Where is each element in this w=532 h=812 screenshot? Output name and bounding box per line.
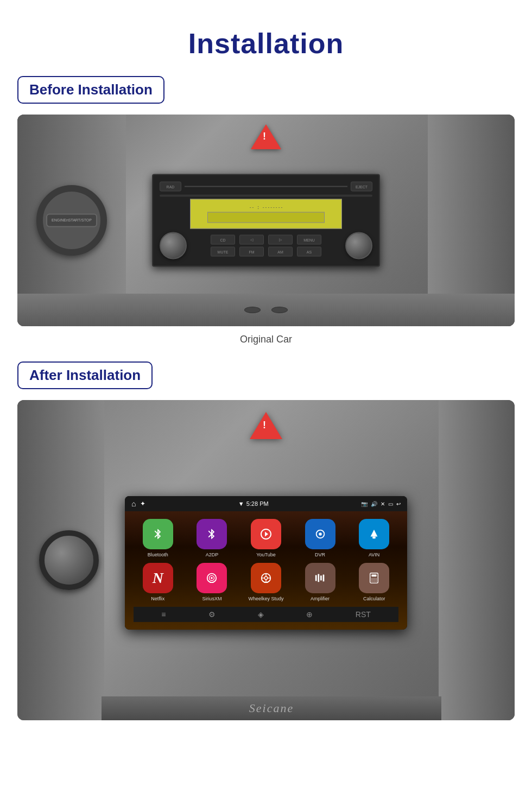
avin-icon-bg: [359, 519, 389, 549]
calculator-label: Calculator: [363, 596, 385, 601]
wheelkey-label: Wheelkey Study: [248, 596, 283, 601]
dvr-label: DVR: [315, 552, 325, 557]
hazard-triangle-after: !: [250, 412, 282, 439]
svg-rect-14: [320, 575, 322, 580]
camera-status-icon: 📷: [361, 500, 368, 506]
hazard-triangle-before: [251, 124, 281, 149]
app-wheelkey[interactable]: Wheelkey Study: [242, 563, 290, 601]
settings-icon[interactable]: ✦: [140, 500, 145, 507]
apps-row-1: Bluetooth A2DP YouTube: [134, 519, 398, 557]
svg-point-1: [319, 532, 322, 536]
a2dp-label: A2DP: [206, 552, 219, 557]
app-amplifier[interactable]: Amplifier: [296, 563, 345, 601]
svg-rect-2: [372, 537, 376, 539]
original-car-label: Original Car: [0, 334, 532, 345]
vent-1: [244, 307, 261, 313]
steering-wheel: [36, 185, 107, 256]
screen-bottom-bar: ≡ ⚙ ◈ ⊕ RST: [134, 607, 398, 622]
svg-rect-12: [315, 575, 316, 581]
volume-icon[interactable]: 🔊: [371, 500, 377, 506]
vent-2: [271, 307, 288, 313]
back-icon[interactable]: ↩: [396, 500, 401, 506]
amplifier-label: Amplifier: [311, 596, 330, 601]
page-title: Installation: [0, 11, 532, 76]
btn-mute: MUTE: [211, 247, 235, 257]
brand-label: Seicane: [249, 701, 294, 715]
radio-btn-eject: EJECT: [351, 182, 372, 192]
svg-point-23: [376, 581, 377, 582]
radio-btn-rad: RAD: [160, 182, 181, 192]
after-installation-badge: After Installation: [17, 361, 153, 389]
after-installation-label: After Installation: [29, 367, 141, 384]
radio-display: -- : --------: [190, 199, 342, 229]
svg-point-5: [211, 577, 213, 579]
after-installation-image: ! ⌂ ✦ ▼ 5:28 PM 📷 🔊 ✕: [17, 400, 515, 720]
btn-next: ▷: [268, 235, 293, 245]
close-status-icon[interactable]: ✕: [381, 500, 385, 506]
svg-point-18: [372, 579, 373, 580]
btn-prev: ◁: [239, 235, 264, 245]
dashboard-bottom-before: [17, 294, 515, 326]
app-dvr[interactable]: DVR: [296, 519, 345, 557]
radio-controls: CD ◁ ▷ MENU MUTE FM AM AS: [160, 232, 372, 259]
svg-point-7: [264, 576, 268, 580]
dashboard-right-after: [439, 400, 515, 720]
wifi-icon: ▼: [238, 500, 244, 507]
calculator-icon-bg: [359, 563, 389, 593]
status-time: 5:28 PM: [246, 500, 269, 507]
bottom-icon-5[interactable]: RST: [356, 610, 371, 619]
siriusxm-label: SiriusXM: [202, 596, 221, 601]
app-calculator[interactable]: Calculator: [350, 563, 398, 601]
before-installation-label: Before Installation: [29, 81, 153, 98]
minimize-icon[interactable]: ▭: [388, 500, 393, 506]
svg-point-19: [373, 579, 375, 580]
bluetooth-icon-bg: [143, 519, 173, 549]
svg-rect-17: [372, 575, 377, 577]
netflix-icon-bg: N: [143, 563, 173, 593]
screen-content: Bluetooth A2DP YouTube: [125, 511, 407, 630]
app-siriusxm[interactable]: SiriusXM: [188, 563, 237, 601]
before-installation-badge: Before Installation: [17, 76, 164, 104]
siriusxm-icon-bg: [197, 563, 227, 593]
app-avin[interactable]: AVIN: [350, 519, 398, 557]
dvr-icon-bg: [305, 519, 335, 549]
youtube-label: YouTube: [256, 552, 275, 557]
touchscreen-unit: ⌂ ✦ ▼ 5:28 PM 📷 🔊 ✕ ▭ ↩: [125, 496, 407, 630]
home-icon[interactable]: ⌂: [131, 499, 136, 508]
btn-cd: CD: [211, 235, 235, 245]
netflix-label: Netflix: [151, 596, 164, 601]
radio-knob-right: [345, 232, 372, 259]
wheelkey-icon-bg: [251, 563, 281, 593]
screen-statusbar: ⌂ ✦ ▼ 5:28 PM 📷 🔊 ✕ ▭ ↩: [125, 496, 407, 511]
bottom-icon-2[interactable]: ⚙: [208, 610, 216, 619]
dashboard-left-after: [17, 400, 104, 720]
apps-row-2: N Netflix SiriusXM Wheelkey Study: [134, 563, 398, 601]
radio-knob-left: [160, 232, 187, 259]
bluetooth-label: Bluetooth: [148, 552, 168, 557]
a2dp-icon-bg: [197, 519, 227, 549]
btn-menu: MENU: [297, 235, 321, 245]
app-youtube[interactable]: YouTube: [242, 519, 290, 557]
amplifier-icon-bg: [305, 563, 335, 593]
bottom-icon-3[interactable]: ◈: [258, 610, 264, 619]
svg-rect-13: [318, 574, 319, 582]
svg-rect-16: [370, 573, 378, 583]
btn-as: AS: [297, 247, 321, 257]
svg-point-20: [376, 579, 377, 580]
cd-slot: [160, 195, 372, 197]
app-bluetooth[interactable]: Bluetooth: [134, 519, 182, 557]
app-netflix[interactable]: N Netflix: [134, 563, 182, 601]
bottom-icon-1[interactable]: ≡: [161, 610, 166, 619]
svg-point-21: [372, 581, 373, 582]
avin-label: AVIN: [369, 552, 379, 557]
svg-rect-15: [322, 575, 324, 582]
youtube-icon-bg: [251, 519, 281, 549]
svg-point-22: [373, 581, 375, 582]
bottom-icon-4[interactable]: ⊕: [306, 610, 313, 619]
btn-am: AM: [268, 247, 293, 257]
before-installation-image: RAD EJECT -- : -------- CD ◁: [17, 115, 515, 326]
steering-wheel-after: [39, 530, 99, 590]
app-a2dp[interactable]: A2DP: [188, 519, 237, 557]
original-radio-unit: RAD EJECT -- : -------- CD ◁: [152, 174, 380, 267]
seicane-brand-bar: Seicane: [102, 696, 441, 720]
